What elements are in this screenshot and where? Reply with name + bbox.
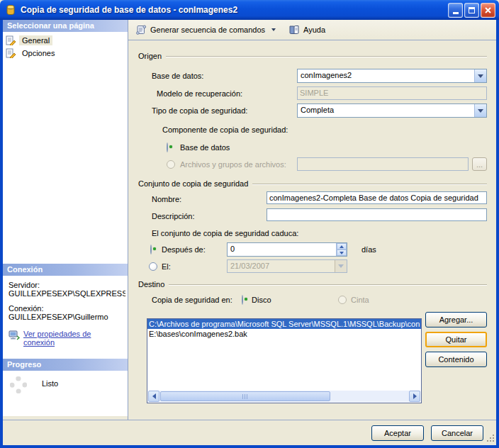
spin-up-button[interactable] [337,243,347,250]
group-conjunto: Conjunto de copia de seguridad [138,179,487,188]
group-destino: Destino [138,280,487,289]
backup-type-label: Tipo de copia de seguridad: [152,106,247,115]
pages-panel: General Opciones [3,32,128,264]
login-value: GUILLEXPESEXP\Guillermo [9,313,125,321]
title-bar[interactable]: Copia de seguridad de base de datos - co… [0,0,499,20]
tape-radio [338,296,347,304]
component-files-radio [167,160,175,169]
name-field[interactable]: conImagenes2-Completa Base de datos Copi… [267,191,487,204]
component-files-label: Archivos y grupos de archivos: [180,160,286,169]
disk-radio[interactable] [242,295,243,305]
add-button[interactable]: Agregar... [425,312,487,327]
sidebar-item-label: General [19,35,52,45]
scroll-right-button[interactable] [409,391,420,402]
backup-to-label: Copia de seguridad en: [152,296,232,304]
group-origen: Origen [138,52,487,60]
footer-bar: Aceptar Cancelar [3,420,496,445]
progress-panel: Listo [3,371,128,416]
expire-after-radio[interactable] [150,245,152,254]
database-combobox-value: conImagenes2 [298,69,474,82]
maximize-icon [469,7,475,13]
help-label: Ayuda [303,26,325,34]
scroll-left-button[interactable] [148,391,159,402]
page-icon [6,35,16,45]
chevron-down-icon [338,264,344,268]
contents-button[interactable]: Contenido [425,352,487,367]
scrollbar-thumb[interactable] [160,391,330,401]
name-label: Nombre: [152,195,181,203]
expire-on-radio[interactable] [149,262,157,271]
pages-header: Seleccionar una página [3,20,128,32]
recovery-model-label: Modelo de recuperación: [157,89,242,98]
connection-properties-icon [9,330,20,341]
chevron-up-icon [340,245,344,248]
close-icon [484,6,492,14]
script-icon [135,24,147,35]
minimize-icon [453,12,459,14]
chevron-down-icon [478,74,483,78]
progress-status: Listo [42,379,58,388]
component-database-radio[interactable] [167,142,168,152]
destination-path-item[interactable]: C:\Archivos de programa\Microsoft SQL Se… [147,319,421,329]
remove-button[interactable]: Quitar [425,332,487,347]
progress-spinner-icon [10,376,27,393]
right-pane: Generar secuencia de comandos [128,20,496,420]
description-field[interactable] [267,208,487,221]
chevron-down-icon[interactable] [271,28,276,31]
expire-on-date-value: 21/03/2007 [228,260,335,272]
help-button[interactable]: Ayuda [286,22,328,38]
server-value: GUILLEXPESEXP\SQLEXPRESS [9,289,125,298]
database-label: Base de datos: [152,72,203,80]
window-frame: Seleccionar una página Gene [0,20,499,448]
close-button[interactable] [481,3,495,18]
server-label: Servidor: [9,281,125,289]
database-combobox[interactable]: conImagenes2 [297,69,487,83]
cancel-button[interactable]: Cancelar [431,425,483,441]
chevron-left-icon [152,393,156,399]
destination-listbox[interactable]: C:\Archivos de programa\Microsoft SQL Se… [147,318,422,403]
database-icon [5,4,16,16]
sidebar-item-opciones[interactable]: Opciones [3,47,128,60]
page-icon [6,48,16,58]
sidebar-item-label: Opciones [19,48,57,58]
description-label: Descripción: [152,212,195,220]
generate-script-button[interactable]: Generar secuencia de comandos [133,22,279,38]
maximize-button[interactable] [464,3,479,18]
backup-component-label: Componente de copia de seguridad: [162,125,288,134]
files-field [297,157,469,171]
chevron-down-icon [478,109,483,113]
generate-script-label: Generar secuencia de comandos [150,26,265,34]
spin-down-button[interactable] [337,250,347,256]
expire-after-spinner[interactable]: 0 [227,242,347,257]
tape-label: Cinta [351,296,369,304]
accept-button[interactable]: Aceptar [371,425,424,441]
expire-after-label: Después de: [162,245,206,254]
minimize-button[interactable] [448,3,463,18]
dropdown-button[interactable] [474,69,486,82]
group-origen-title: Origen [138,52,162,60]
sidebar-item-general[interactable]: General [3,34,128,47]
backup-type-combobox-value: Completa [298,104,474,117]
group-destino-title: Destino [138,280,164,289]
expire-on-label: El: [162,262,171,271]
expire-label: El conjunto de copia de seguridad caduca… [152,229,298,237]
progress-header: Progreso [3,359,128,371]
component-database-label: Base de datos [180,143,230,152]
sidebar: Seleccionar una página Gene [3,20,128,420]
help-book-icon [288,24,300,35]
destination-path-item[interactable]: E:\bases\conImagenes2.bak [147,329,421,339]
chevron-right-icon [413,393,417,399]
toolbar: Generar secuencia de comandos [128,20,496,40]
view-connection-properties-link[interactable]: Ver propiedades de conexión [23,330,107,347]
horizontal-scrollbar[interactable] [148,391,420,402]
recovery-model-field: SIMPLE [297,86,487,100]
backup-database-dialog: Copia de seguridad de base de datos - co… [0,0,499,448]
browse-files-button: ... [472,157,487,171]
expire-after-unit: días [361,245,376,254]
window-title: Copia de seguridad de base de datos - co… [21,5,447,15]
dropdown-button[interactable] [474,104,486,117]
login-label: Conexión: [9,304,125,313]
backup-type-combobox[interactable]: Completa [297,103,487,118]
disk-label: Disco [252,296,271,304]
resize-grip[interactable] [486,433,495,444]
